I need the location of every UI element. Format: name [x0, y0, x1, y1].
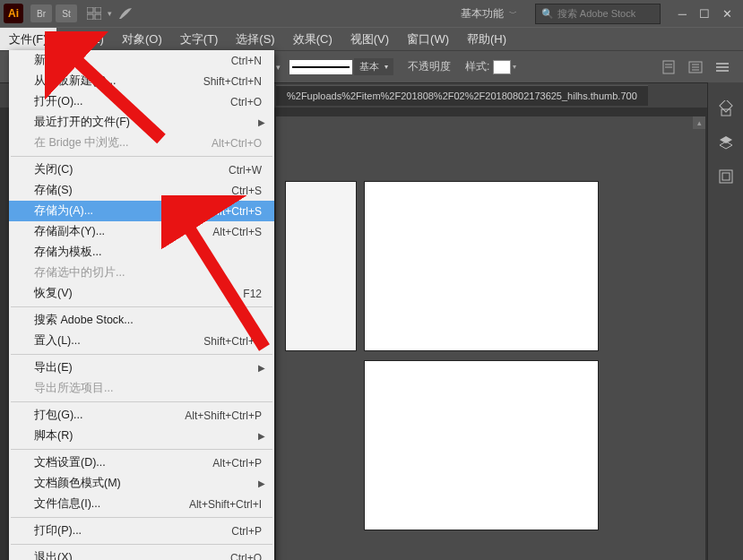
canvas[interactable]: ▴: [276, 116, 705, 560]
menu-item-shortcut: F12: [243, 288, 262, 300]
menu-item-23[interactable]: 文档设置(D)...Alt+Ctrl+P: [9, 452, 274, 473]
menu-item-9[interactable]: 存储副本(Y)...Alt+Ctrl+S: [9, 221, 274, 242]
menu-item-15[interactable]: 置入(L)...Shift+Ctrl+P: [9, 331, 274, 351]
artboard-1[interactable]: [285, 181, 357, 351]
menu-item-shortcut: Shift+Ctrl+P: [203, 335, 262, 348]
artboard-3[interactable]: [364, 360, 599, 530]
menu-item-label: 存储为(A)...: [34, 203, 203, 219]
menu-item-29[interactable]: 退出(X)Ctrl+Q: [9, 547, 274, 560]
menu-item-24[interactable]: 文档颜色模式(M)▶: [9, 473, 274, 494]
menu-separator: [11, 449, 272, 450]
title-bar: Ai Br St ▾ 基本功能 ﹀ 🔍 搜索 Adobe Stock ─ ☐ ✕: [0, 0, 743, 27]
chevron-down-icon[interactable]: ▾: [108, 9, 112, 18]
menu-window[interactable]: 窗口(W): [398, 28, 458, 50]
menu-select[interactable]: 选择(S): [227, 28, 283, 50]
menu-effect[interactable]: 效果(C): [284, 28, 341, 50]
menu-item-14[interactable]: 搜索 Adobe Stock...: [9, 310, 274, 331]
menu-item-label: 搜索 Adobe Stock...: [34, 313, 262, 328]
menu-item-25[interactable]: 文件信息(I)...Alt+Shift+Ctrl+I: [9, 494, 274, 514]
artboard-2[interactable]: [364, 181, 599, 351]
arrange-icon[interactable]: [83, 3, 105, 24]
menu-item-label: 关闭(C): [34, 162, 229, 177]
menu-item-2[interactable]: 打开(O)...Ctrl+O: [9, 91, 274, 112]
menu-item-shortcut: Alt+Shift+Ctrl+I: [189, 498, 262, 511]
menu-item-20[interactable]: 打包(G)...Alt+Shift+Ctrl+P: [9, 405, 274, 426]
menu-item-shortcut: Ctrl+W: [229, 164, 262, 177]
layers-panel-icon[interactable]: [716, 133, 736, 152]
menu-item-shortcut: Shift+Ctrl+S: [203, 205, 262, 218]
libraries-panel-icon[interactable]: [716, 167, 736, 186]
menu-edit[interactable]: 编辑(E): [56, 28, 113, 50]
menu-item-8[interactable]: 存储为(A)...Shift+Ctrl+S: [9, 201, 274, 221]
menu-item-shortcut: Ctrl+P: [231, 525, 262, 538]
close-button[interactable]: ✕: [722, 7, 732, 21]
menu-item-label: 恢复(V): [34, 286, 243, 301]
submenu-arrow-icon: ▶: [258, 363, 265, 373]
menu-item-label: 打开(O)...: [34, 94, 230, 109]
menu-item-18: 导出所选项目...: [9, 378, 274, 399]
menu-item-3[interactable]: 最近打开的文件(F)▶: [9, 112, 274, 133]
menu-type[interactable]: 文字(T): [171, 28, 228, 50]
stroke-profile-dropdown[interactable]: 基本▾: [354, 58, 393, 75]
menu-item-label: 存储选中的切片...: [34, 265, 262, 280]
svg-rect-16: [720, 170, 732, 183]
svg-rect-17: [722, 173, 730, 180]
style-swatch[interactable]: [493, 60, 511, 74]
menu-file[interactable]: 文件(F): [0, 28, 56, 50]
maximize-button[interactable]: ☐: [699, 7, 710, 21]
search-input[interactable]: 🔍 搜索 Adobe Stock: [535, 4, 661, 24]
menu-item-shortcut: Alt+Shift+Ctrl+P: [185, 409, 262, 422]
menu-object[interactable]: 对象(O): [113, 28, 171, 50]
workspace-label: 基本功能: [461, 6, 504, 22]
menu-item-shortcut: Ctrl+N: [231, 55, 262, 67]
menu-item-label: 存储为模板...: [34, 245, 262, 260]
document-tab[interactable]: %2Fuploads%2Fitem%2F201808%2F02%2F201808…: [276, 85, 648, 106]
stock-button[interactable]: St: [56, 4, 77, 22]
minimize-button[interactable]: ─: [678, 7, 687, 21]
workspace-dropdown[interactable]: 基本功能 ﹀: [454, 4, 524, 24]
panel-menu-icon[interactable]: [714, 59, 730, 75]
menu-item-shortcut: Shift+Ctrl+N: [203, 75, 262, 88]
chevron-down-icon: ﹀: [509, 8, 517, 20]
menu-item-0[interactable]: 新建(N)...Ctrl+N: [9, 50, 274, 71]
menu-item-7[interactable]: 存储(S)Ctrl+S: [9, 180, 274, 201]
menu-item-17[interactable]: 导出(E)▶: [9, 358, 274, 378]
menu-item-label: 置入(L)...: [34, 333, 203, 349]
preferences-icon[interactable]: [687, 59, 704, 75]
svg-rect-0: [87, 7, 93, 13]
feather-icon[interactable]: [115, 3, 136, 24]
submenu-arrow-icon: ▶: [258, 431, 265, 441]
menu-separator: [11, 401, 272, 402]
search-placeholder: 搜索 Adobe Stock: [557, 7, 635, 21]
menu-item-11: 存储选中的切片...: [9, 263, 274, 283]
menu-item-12[interactable]: 恢复(V)F12: [9, 283, 274, 304]
menu-item-shortcut: Alt+Ctrl+S: [212, 226, 262, 238]
menu-item-10[interactable]: 存储为模板...: [9, 242, 274, 263]
menu-item-shortcut: Ctrl+O: [230, 96, 262, 108]
menu-item-label: 退出(X): [34, 550, 230, 560]
menu-item-27[interactable]: 打印(P)...Ctrl+P: [9, 521, 274, 541]
menu-item-label: 文档颜色模式(M): [34, 476, 262, 491]
menu-view[interactable]: 视图(V): [341, 28, 398, 50]
doc-setup-icon[interactable]: [661, 59, 677, 75]
app-logo-ai: Ai: [4, 4, 23, 23]
menu-help[interactable]: 帮助(H): [458, 28, 515, 50]
menu-item-label: 存储(S): [34, 183, 231, 198]
menu-item-shortcut: Alt+Ctrl+P: [212, 457, 262, 470]
menu-item-label: 文档设置(D)...: [34, 455, 212, 470]
properties-panel-icon[interactable]: [716, 99, 736, 118]
svg-rect-1: [95, 7, 101, 13]
menu-item-label: 导出所选项目...: [34, 381, 262, 396]
chevron-down-icon[interactable]: ▾: [276, 63, 281, 72]
scroll-up-icon[interactable]: ▴: [693, 116, 705, 129]
menu-item-label: 从模板新建(T)...: [34, 73, 203, 89]
menu-item-6[interactable]: 关闭(C)Ctrl+W: [9, 159, 274, 180]
menu-item-21[interactable]: 脚本(R)▶: [9, 426, 274, 446]
search-icon: 🔍: [541, 8, 554, 20]
chevron-down-icon[interactable]: ▾: [513, 63, 516, 71]
svg-rect-2: [87, 14, 93, 20]
bridge-button[interactable]: Br: [30, 4, 52, 22]
menu-item-1[interactable]: 从模板新建(T)...Shift+Ctrl+N: [9, 71, 274, 91]
stroke-preview[interactable]: [289, 60, 352, 74]
file-menu-dropdown: 新建(N)...Ctrl+N从模板新建(T)...Shift+Ctrl+N打开(…: [9, 50, 274, 560]
